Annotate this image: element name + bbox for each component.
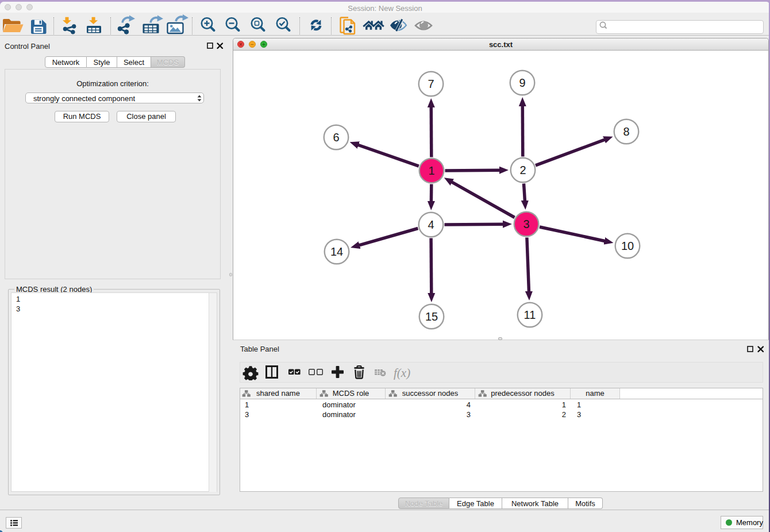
svg-text:9: 9	[519, 76, 525, 89]
svg-text:4: 4	[428, 218, 434, 231]
svg-text:2: 2	[519, 164, 526, 176]
svg-text:8: 8	[623, 125, 629, 138]
svg-text:15: 15	[425, 310, 438, 323]
svg-text:f(x): f(x)	[394, 366, 410, 380]
svg-text:6: 6	[333, 131, 339, 144]
svg-text:1: 1	[428, 164, 434, 177]
svg-text:14: 14	[330, 245, 343, 258]
svg-text:3: 3	[523, 218, 529, 230]
svg-text:11: 11	[524, 309, 536, 321]
svg-text:10: 10	[621, 240, 634, 252]
svg-text:7: 7	[428, 78, 434, 90]
